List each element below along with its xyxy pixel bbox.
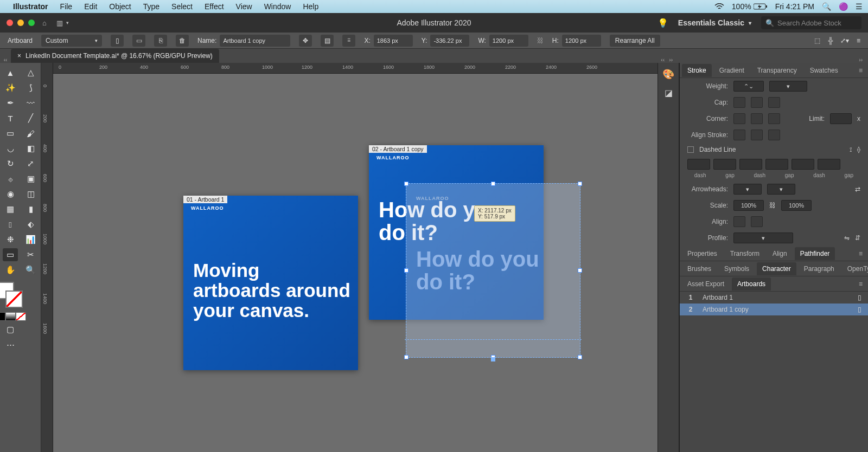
orientation-icon[interactable]: ▯ <box>858 306 861 313</box>
panel-collapse-right[interactable]: ›› <box>859 57 863 63</box>
profile-dd[interactable]: ▾ <box>733 233 793 243</box>
lasso-tool[interactable]: ⟆ <box>23 81 39 94</box>
free-transform-tool[interactable]: ▣ <box>23 172 39 185</box>
cap-round[interactable] <box>751 97 763 108</box>
tab-artboards[interactable]: Artboards <box>732 277 771 290</box>
artboard-1[interactable]: 01 - Artboard 1 WALLAROO Moving artboard… <box>183 196 358 370</box>
color-panel-icon[interactable]: 🎨 <box>662 68 674 80</box>
move-artwork-toggle[interactable]: ✥ <box>299 35 312 47</box>
align-center[interactable] <box>733 130 745 140</box>
eyedropper-tool[interactable]: 𓂃 <box>3 218 18 231</box>
tab-gradient[interactable]: Gradient <box>714 64 750 77</box>
name-field[interactable]: Name: Artboard 1 copy <box>197 35 290 47</box>
tab-symbols[interactable]: Symbols <box>719 262 755 275</box>
panel-menu-icon[interactable]: ≡ <box>857 37 860 44</box>
tab-brushes[interactable]: Brushes <box>682 262 717 275</box>
gap-1[interactable] <box>713 159 736 170</box>
direct-selection-tool[interactable]: △ <box>23 66 39 79</box>
menu-window[interactable]: Window <box>264 2 291 11</box>
magic-wand-tool[interactable]: ✨ <box>3 81 18 94</box>
blend-tool[interactable]: ⬖ <box>23 218 39 231</box>
dash-1[interactable] <box>687 159 710 170</box>
tab-paragraph[interactable]: Paragraph <box>799 262 840 275</box>
x-field[interactable]: X:1863 px <box>364 35 412 47</box>
tab-transparency[interactable]: Transparency <box>752 64 802 77</box>
canvas[interactable]: 0 200 400 600 800 1000 1200 1400 1600 18… <box>53 63 658 452</box>
y-field[interactable]: Y:-336.22 px <box>422 35 470 47</box>
document-tab[interactable]: ×LinkedIn Document Template.ai* @ 16.67%… <box>11 49 219 63</box>
tab-pathfinder[interactable]: Pathfinder <box>795 247 835 260</box>
siri-icon[interactable]: 🟣 <box>839 2 848 11</box>
graph-tool[interactable]: 📊 <box>23 233 39 246</box>
workspace-dropdown[interactable]: Essentials Classic▾ <box>678 18 751 27</box>
swap-arrows-icon[interactable]: ⇄ <box>855 185 860 193</box>
symbol-sprayer-tool[interactable]: ❉ <box>3 233 18 246</box>
cap-square[interactable] <box>768 97 780 108</box>
corner-round[interactable] <box>751 113 763 124</box>
rearrange-all-button[interactable]: Rearrange All <box>610 35 660 47</box>
gradient-fill[interactable] <box>5 312 16 321</box>
arrow-align-2[interactable] <box>751 216 763 227</box>
app-name[interactable]: Illustrator <box>13 2 48 11</box>
tab-character[interactable]: Character <box>757 262 796 275</box>
artboard-tool[interactable]: ▭ <box>3 248 18 261</box>
menu-effect[interactable]: Effect <box>205 2 224 11</box>
artboard-row-1[interactable]: 1Artboard 1▯ <box>680 292 868 304</box>
wifi-icon[interactable] <box>714 3 724 10</box>
scale-end[interactable]: 100% <box>781 200 812 211</box>
fill-stroke-swatches[interactable] <box>0 282 24 309</box>
menu-edit[interactable]: Edit <box>84 2 97 11</box>
name-input[interactable]: Artboard 1 copy <box>220 35 290 47</box>
tab-scroll-left[interactable]: ‹‹ <box>0 57 11 63</box>
type-tool[interactable]: T <box>3 112 18 125</box>
home-icon[interactable]: ⌂ <box>42 19 47 27</box>
arrow-align-1[interactable] <box>733 216 745 227</box>
new-artboard-button[interactable]: ⎘ <box>154 35 167 47</box>
link-wh-icon[interactable]: ⛓ <box>537 37 544 44</box>
eraser-tool[interactable]: ◧ <box>23 142 39 155</box>
arrow-start[interactable]: ▾ <box>733 184 762 195</box>
limit-input[interactable] <box>830 113 852 124</box>
link-scale-icon[interactable]: ⛓ <box>769 202 776 209</box>
none-fill[interactable] <box>16 312 26 321</box>
reference-point[interactable]: ⠿ <box>342 35 355 47</box>
artboard-row-2[interactable]: 2Artboard 1 copy▯ <box>680 304 868 315</box>
swatches-panel-icon[interactable]: ◪ <box>665 88 673 98</box>
dash-3[interactable] <box>792 159 814 170</box>
tab-stroke[interactable]: Stroke <box>682 64 712 77</box>
menu-select[interactable]: Select <box>171 2 193 11</box>
flip-profile-v[interactable]: ⇵ <box>855 234 860 242</box>
flip-profile-h[interactable]: ⇋ <box>844 234 850 242</box>
selection-tool[interactable]: ▲ <box>3 66 18 79</box>
color-mode-row[interactable] <box>0 312 26 321</box>
tab-asset-export[interactable]: Asset Export <box>682 277 730 290</box>
pen-tool[interactable]: ✒ <box>3 96 18 109</box>
gap-3[interactable] <box>818 159 840 170</box>
panel-collapse-left[interactable]: ‹‹ ›› <box>661 57 673 63</box>
corner-miter[interactable] <box>733 113 745 124</box>
dashed-line-checkbox[interactable] <box>687 146 694 153</box>
panel-menu-icon[interactable]: ≡ <box>856 250 866 257</box>
h-field[interactable]: H:1200 px <box>552 35 601 47</box>
perspective-tool[interactable]: ◫ <box>23 188 39 201</box>
hand-tool[interactable]: ✋ <box>3 263 18 276</box>
stroke-weight-dd[interactable]: ▾ <box>769 81 807 92</box>
panel-menu-icon[interactable]: ≡ <box>856 280 866 288</box>
tab-swatches[interactable]: Swatches <box>805 64 844 77</box>
curvature-tool[interactable]: 〰 <box>23 96 39 109</box>
menu-object[interactable]: Object <box>109 2 131 11</box>
shape-builder-tool[interactable]: ◉ <box>3 188 18 201</box>
orientation-icon[interactable]: ▯ <box>858 294 861 301</box>
dash-align-2[interactable]: ⟠ <box>857 146 860 153</box>
zoom-tool[interactable]: 🔍 <box>23 263 39 276</box>
scale-start[interactable]: 100% <box>733 200 764 211</box>
preset-dropdown[interactable]: Custom▾ <box>41 35 102 47</box>
gradient-tool[interactable]: ▮ <box>23 203 39 216</box>
scale-tool[interactable]: ⤢ <box>23 157 39 170</box>
transform-button[interactable]: ⤢▾ <box>840 37 849 44</box>
tab-properties[interactable]: Properties <box>682 247 723 260</box>
color-fill[interactable] <box>0 312 5 321</box>
menu-view[interactable]: View <box>236 2 252 11</box>
guides-button[interactable]: ╬ <box>828 37 833 44</box>
slice-tool[interactable]: ✂ <box>23 248 39 261</box>
